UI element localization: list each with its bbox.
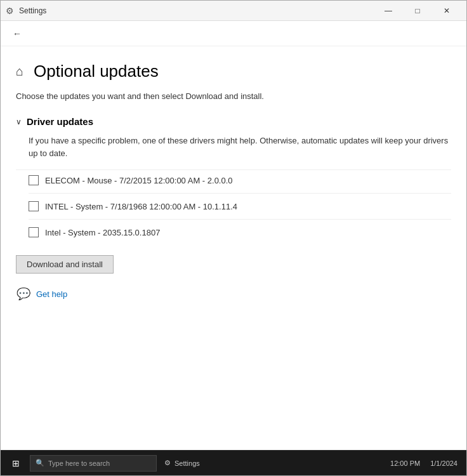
close-button[interactable]: ✕ <box>432 1 461 21</box>
section-title: Driver updates <box>27 116 93 127</box>
search-placeholder: Type here to search <box>48 459 110 467</box>
system-time: 12:00 PM <box>386 458 424 468</box>
page-title: Optional updates <box>34 62 159 81</box>
title-bar: ⚙ Settings — □ ✕ <box>1 1 466 21</box>
section-header[interactable]: ∨ Driver updates <box>16 116 451 127</box>
driver-list: ELECOM - Mouse - 7/2/2015 12:00:00 AM - … <box>29 170 451 242</box>
driver-item: INTEL - System - 7/18/1968 12:00:00 AM -… <box>29 196 451 216</box>
help-chat-icon: 💬 <box>16 286 31 301</box>
maximize-button[interactable]: □ <box>403 1 432 21</box>
divider <box>29 219 451 220</box>
driver-checkbox-1[interactable] <box>29 175 39 185</box>
taskbar: ⊞ 🔍 Type here to search ⚙ Settings 12:00… <box>1 450 466 475</box>
title-bar-left: ⚙ Settings <box>6 6 374 16</box>
search-icon: 🔍 <box>36 459 44 467</box>
divider <box>29 193 451 194</box>
driver-checkbox-3[interactable] <box>29 227 39 237</box>
title-bar-controls: — □ ✕ <box>374 1 461 21</box>
driver-label-3: Intel - System - 2035.15.0.1807 <box>45 228 160 237</box>
home-icon: ⌂ <box>16 64 23 79</box>
page-header: ⌂ Optional updates <box>16 62 451 81</box>
taskbar-settings-icon: ⚙ <box>164 459 171 467</box>
settings-icon: ⚙ <box>6 6 14 16</box>
section-description: If you have a specific problem, one of t… <box>29 135 451 159</box>
driver-updates-section: ∨ Driver updates If you have a specific … <box>16 116 451 274</box>
settings-window: ⚙ Settings — □ ✕ ← ⌂ Optional updates Ch… <box>0 0 467 476</box>
driver-label-1: ELECOM - Mouse - 7/2/2015 12:00:00 AM - … <box>45 176 233 185</box>
minimize-button[interactable]: — <box>374 1 403 21</box>
driver-checkbox-2[interactable] <box>29 201 39 211</box>
download-install-button[interactable]: Download and install <box>16 255 114 274</box>
help-section: 💬 Get help <box>16 286 451 301</box>
taskbar-search[interactable]: 🔍 Type here to search <box>30 455 157 472</box>
taskbar-settings-label: Settings <box>174 459 200 467</box>
chevron-down-icon: ∨ <box>16 117 22 126</box>
start-button[interactable]: ⊞ <box>3 451 29 476</box>
get-help-link[interactable]: Get help <box>36 289 67 299</box>
system-date: 1/1/2024 <box>426 458 461 468</box>
nav-bar: ← <box>1 21 466 46</box>
driver-item: ELECOM - Mouse - 7/2/2015 12:00:00 AM - … <box>29 170 451 190</box>
content-area: ⌂ Optional updates Choose the updates yo… <box>1 46 466 450</box>
taskbar-settings-item[interactable]: ⚙ Settings <box>158 452 206 475</box>
taskbar-right: 12:00 PM 1/1/2024 <box>386 458 464 468</box>
driver-item: Intel - System - 2035.15.0.1807 <box>29 222 451 242</box>
back-button[interactable]: ← <box>8 25 26 43</box>
page-subtitle: Choose the updates you want and then sel… <box>16 91 451 101</box>
window-title: Settings <box>19 6 46 15</box>
driver-label-2: INTEL - System - 7/18/1968 12:00:00 AM -… <box>45 202 237 211</box>
